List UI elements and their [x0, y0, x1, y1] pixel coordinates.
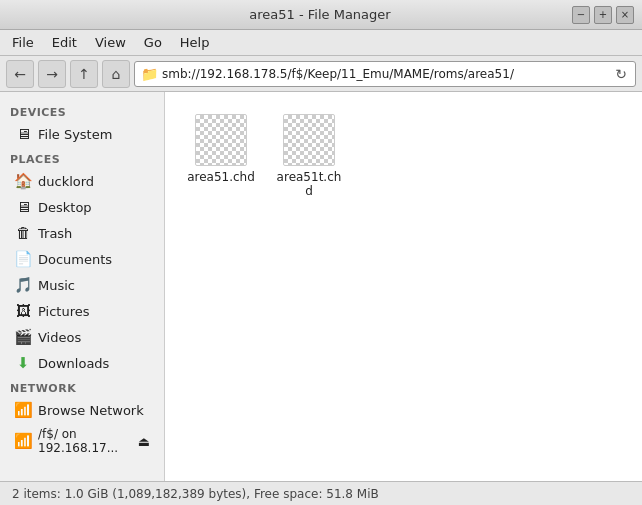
window-title: area51 - File Manager: [68, 7, 572, 22]
network-share-icon: 📶: [14, 432, 32, 450]
sidebar-item-music-label: Music: [38, 278, 75, 293]
sidebar-item-network-share[interactable]: 📶 /f$/ on 192.168.17... ⏏: [4, 423, 160, 459]
refresh-button[interactable]: ↻: [613, 66, 629, 82]
sidebar-item-pictures[interactable]: 🖼 Pictures: [4, 298, 160, 324]
toolbar: ← → ↑ ⌂ 📁 smb://192.168.178.5/f$/Keep/11…: [0, 56, 642, 92]
downloads-icon: ⬇: [14, 354, 32, 372]
sidebar-item-ducklord[interactable]: 🏠 ducklord: [4, 168, 160, 194]
file-icon-area51chd: [195, 114, 247, 166]
sidebar-item-ducklord-label: ducklord: [38, 174, 94, 189]
menubar: File Edit View Go Help: [0, 30, 642, 56]
back-button[interactable]: ←: [6, 60, 34, 88]
desktop-icon: 🖥: [14, 198, 32, 216]
home-icon: 🏠: [14, 172, 32, 190]
forward-button[interactable]: →: [38, 60, 66, 88]
sidebar-item-filesystem-label: File System: [38, 127, 112, 142]
main-area: DEVICES 🖥 File System PLACES 🏠 ducklord …: [0, 92, 642, 481]
filesystem-icon: 🖥: [14, 125, 32, 143]
up-button[interactable]: ↑: [70, 60, 98, 88]
file-item-area51chd[interactable]: area51.chd: [181, 108, 261, 204]
file-item-area51tchd[interactable]: area51t.chd: [269, 108, 349, 204]
sidebar-item-videos-label: Videos: [38, 330, 81, 345]
sidebar-item-browse-network[interactable]: 📶 Browse Network: [4, 397, 160, 423]
status-text: 2 items: 1.0 GiB (1,089,182,389 bytes), …: [12, 487, 379, 501]
sidebar-item-filesystem[interactable]: 🖥 File System: [4, 121, 160, 147]
file-label-area51tchd: area51t.chd: [273, 170, 345, 198]
menu-help[interactable]: Help: [172, 33, 218, 52]
menu-view[interactable]: View: [87, 33, 134, 52]
videos-icon: 🎬: [14, 328, 32, 346]
sidebar-item-music[interactable]: 🎵 Music: [4, 272, 160, 298]
location-icon: 📁: [141, 66, 158, 82]
location-text: smb://192.168.178.5/f$/Keep/11_Emu/MAME/…: [162, 67, 613, 81]
menu-go[interactable]: Go: [136, 33, 170, 52]
sidebar-item-trash-label: Trash: [38, 226, 72, 241]
file-label-area51chd: area51.chd: [187, 170, 255, 184]
places-section-label: PLACES: [0, 147, 164, 168]
sidebar: DEVICES 🖥 File System PLACES 🏠 ducklord …: [0, 92, 165, 481]
documents-icon: 📄: [14, 250, 32, 268]
sidebar-item-documents-label: Documents: [38, 252, 112, 267]
pictures-icon: 🖼: [14, 302, 32, 320]
sidebar-item-downloads-label: Downloads: [38, 356, 109, 371]
sidebar-item-trash[interactable]: 🗑 Trash: [4, 220, 160, 246]
sidebar-item-downloads[interactable]: ⬇ Downloads: [4, 350, 160, 376]
sidebar-item-desktop[interactable]: 🖥 Desktop: [4, 194, 160, 220]
sidebar-item-videos[interactable]: 🎬 Videos: [4, 324, 160, 350]
close-button[interactable]: ×: [616, 6, 634, 24]
sidebar-item-network-share-label: /f$/ on 192.168.17...: [38, 427, 132, 455]
window-controls: − + ×: [572, 6, 634, 24]
eject-icon[interactable]: ⏏: [138, 434, 150, 449]
network-icon: 📶: [14, 401, 32, 419]
music-icon: 🎵: [14, 276, 32, 294]
location-bar[interactable]: 📁 smb://192.168.178.5/f$/Keep/11_Emu/MAM…: [134, 61, 636, 87]
minimize-button[interactable]: −: [572, 6, 590, 24]
sidebar-item-desktop-label: Desktop: [38, 200, 92, 215]
home-button[interactable]: ⌂: [102, 60, 130, 88]
sidebar-item-browse-network-label: Browse Network: [38, 403, 144, 418]
sidebar-item-documents[interactable]: 📄 Documents: [4, 246, 160, 272]
sidebar-item-pictures-label: Pictures: [38, 304, 89, 319]
maximize-button[interactable]: +: [594, 6, 612, 24]
menu-file[interactable]: File: [4, 33, 42, 52]
menu-edit[interactable]: Edit: [44, 33, 85, 52]
trash-icon: 🗑: [14, 224, 32, 242]
devices-section-label: DEVICES: [0, 100, 164, 121]
file-content[interactable]: area51.chd area51t.chd: [165, 92, 642, 481]
titlebar: area51 - File Manager − + ×: [0, 0, 642, 30]
network-section-label: NETWORK: [0, 376, 164, 397]
statusbar: 2 items: 1.0 GiB (1,089,182,389 bytes), …: [0, 481, 642, 505]
file-icon-area51tchd: [283, 114, 335, 166]
